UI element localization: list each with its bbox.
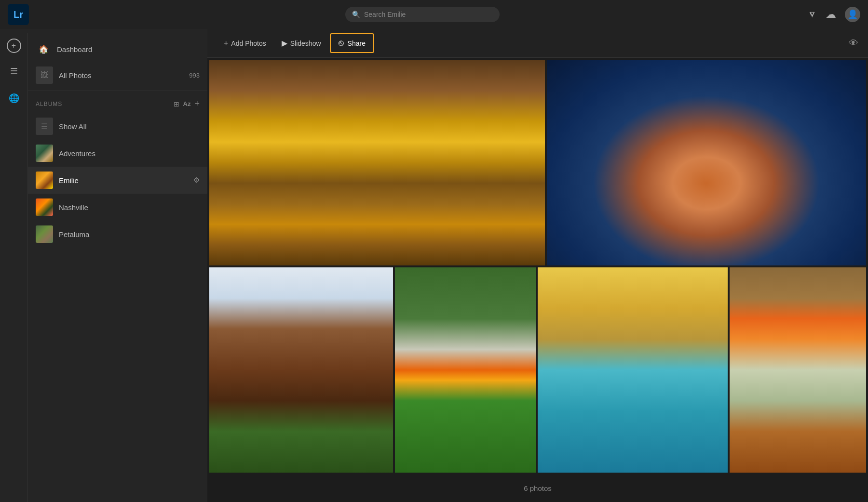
eye-icon[interactable]: 👁 bbox=[849, 38, 858, 48]
albums-header: ALBUMS ⊞ Az + bbox=[28, 93, 207, 113]
all-photos-icon: 🖼 bbox=[36, 66, 53, 84]
cloud-icon[interactable]: ☁ bbox=[826, 8, 836, 21]
play-icon: ▶ bbox=[282, 39, 287, 48]
divider bbox=[28, 91, 207, 91]
share-button[interactable]: ⎋ Share bbox=[330, 33, 374, 53]
photo-blanket[interactable] bbox=[538, 267, 728, 473]
sidebar-item-label: All Photos bbox=[59, 71, 183, 79]
photo-jars[interactable] bbox=[209, 60, 545, 265]
main-layout: + ☰ 🌐 🏠 Dashboard 🖼 All Photos 993 bbox=[0, 29, 868, 502]
albums-header-icons: ⊞ Az + bbox=[174, 99, 200, 109]
search-placeholder: Search Emilie bbox=[364, 11, 406, 18]
search-area: 🔍 Search Emilie bbox=[37, 7, 808, 22]
user-avatar[interactable]: 👤 bbox=[845, 7, 860, 22]
photo-pumpkins[interactable] bbox=[730, 267, 866, 473]
sidebar-item-all-photos[interactable]: 🖼 All Photos 993 bbox=[28, 62, 207, 89]
sidebar-item-nashville[interactable]: Nashville bbox=[28, 194, 207, 221]
slideshow-button[interactable]: ▶ Slideshow bbox=[275, 35, 328, 52]
content-area: + Add Photos ▶ Slideshow ⎋ Share 👁 bbox=[207, 29, 868, 502]
toolbar: + Add Photos ▶ Slideshow ⎋ Share 👁 bbox=[207, 29, 868, 58]
add-photos-label: Add Photos bbox=[231, 40, 266, 47]
sort-icon[interactable]: Az bbox=[183, 100, 191, 107]
photo-berries[interactable] bbox=[395, 267, 536, 473]
adventures-thumb bbox=[36, 145, 53, 162]
photo-row-2 bbox=[209, 267, 866, 473]
app-logo: Lr bbox=[8, 4, 29, 25]
albums-icon[interactable]: ☰ bbox=[5, 63, 23, 80]
all-photos-count: 993 bbox=[189, 72, 200, 79]
show-all-thumb: ☰ bbox=[36, 118, 53, 135]
grid-view-icon[interactable]: ⊞ bbox=[174, 100, 179, 108]
search-box[interactable]: 🔍 Search Emilie bbox=[345, 7, 500, 22]
add-icon: + bbox=[224, 39, 228, 48]
share-icon: ⎋ bbox=[339, 38, 344, 48]
albums-label: ALBUMS bbox=[36, 101, 170, 107]
sidebar-item-label: Nashville bbox=[59, 203, 200, 211]
filter-icon[interactable]: ⛛ bbox=[808, 10, 817, 20]
topbar: Lr 🔍 Search Emilie ⛛ ☁ 👤 bbox=[0, 0, 868, 29]
photo-row-1 bbox=[209, 60, 866, 265]
photo-count: 6 photos bbox=[207, 475, 868, 502]
photo-horse[interactable] bbox=[209, 267, 393, 473]
add-album-icon[interactable]: + bbox=[194, 99, 200, 109]
gear-icon[interactable]: ⚙ bbox=[193, 176, 200, 185]
sidebar-item-label: Show All bbox=[59, 122, 200, 131]
nav-list: 🏠 Dashboard 🖼 All Photos 993 ALBUMS ⊞ Az bbox=[28, 33, 207, 502]
add-photos-button[interactable]: + Add Photos bbox=[217, 35, 273, 52]
search-icon: 🔍 bbox=[352, 11, 360, 18]
add-icon[interactable]: + bbox=[7, 39, 21, 53]
dashboard-icon: 🏠 bbox=[36, 41, 51, 57]
toolbar-right: 👁 bbox=[849, 38, 858, 49]
globe-icon[interactable]: 🌐 bbox=[5, 90, 23, 107]
left-icon-column: + ☰ 🌐 bbox=[0, 33, 28, 502]
photo-woman-blue[interactable] bbox=[547, 60, 866, 265]
sidebar-item-label: Emilie bbox=[59, 176, 188, 185]
sidebar-item-adventures[interactable]: Adventures bbox=[28, 140, 207, 167]
sidebar-item-label: Dashboard bbox=[57, 45, 200, 53]
sidebar-item-label: Adventures bbox=[59, 149, 200, 158]
sidebar-item-show-all[interactable]: ☰ Show All bbox=[28, 113, 207, 140]
slideshow-label: Slideshow bbox=[290, 40, 321, 47]
photo-grid bbox=[207, 58, 868, 475]
petaluma-thumb bbox=[36, 225, 53, 243]
sidebar-item-label: Petaluma bbox=[59, 230, 200, 238]
share-label: Share bbox=[348, 40, 366, 47]
topbar-right: ⛛ ☁ 👤 bbox=[808, 7, 860, 22]
sidebar-item-dashboard[interactable]: 🏠 Dashboard bbox=[28, 37, 207, 62]
sidebar-item-petaluma[interactable]: Petaluma bbox=[28, 221, 207, 248]
emilie-thumb bbox=[36, 172, 53, 189]
sidebar-inner: + ☰ 🌐 🏠 Dashboard 🖼 All Photos 993 bbox=[0, 33, 207, 502]
photo-count-label: 6 photos bbox=[524, 484, 552, 492]
sidebar-item-emilie[interactable]: Emilie ⚙ bbox=[28, 167, 207, 194]
nashville-thumb bbox=[36, 198, 53, 216]
sidebar: + ☰ 🌐 🏠 Dashboard 🖼 All Photos 993 bbox=[0, 29, 207, 502]
